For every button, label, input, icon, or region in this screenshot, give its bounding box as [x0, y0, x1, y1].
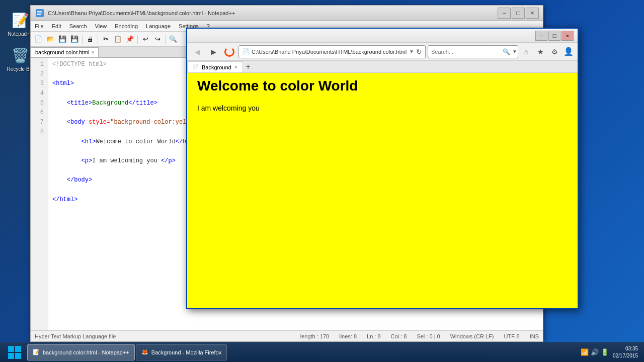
status-eol: Windows (CR LF): [450, 333, 494, 339]
toolbar-sep3: [137, 35, 138, 44]
svg-rect-1: [37, 11, 42, 12]
toolbar-open[interactable]: 📂: [45, 34, 56, 45]
svg-rect-4: [8, 346, 14, 352]
taskbar-notepad-icon: 📝: [33, 349, 40, 355]
browser-content: Welcome to color World I am welcoming yo…: [187, 73, 578, 308]
editor-tab-bg[interactable]: background color.html ×: [31, 47, 99, 57]
address-reload-icon[interactable]: ↻: [416, 48, 422, 56]
browser-close-btn[interactable]: ×: [561, 31, 574, 41]
status-lines: lines: 8: [339, 333, 357, 339]
notepad-app-icon: [35, 8, 45, 18]
menu-edit[interactable]: Edit: [48, 22, 65, 30]
notepad-close-btn[interactable]: ×: [526, 8, 539, 19]
menu-view[interactable]: View: [91, 22, 111, 30]
notepad-minimize-btn[interactable]: −: [498, 8, 511, 19]
nav-reload-area: [222, 45, 236, 59]
browser-window: − □ × ◀ ▶ 📄 ▼ ↻ 🔍 ▼: [186, 28, 579, 309]
toolbar-cut[interactable]: ✂: [100, 34, 111, 45]
status-filetype: Hyper Text Markup Language file: [35, 333, 116, 339]
tray-battery-icon[interactable]: 🔋: [601, 348, 609, 356]
browser-navbar: ◀ ▶ 📄 ▼ ↻ 🔍 ▼ ⌂ ★ ⚙: [187, 43, 578, 61]
toolbar-sep2: [98, 35, 98, 44]
browser-tab-bg[interactable]: 📄 Background ×: [187, 61, 243, 72]
address-input[interactable]: [252, 49, 407, 55]
notepadpp-label: Notepad++: [8, 31, 33, 37]
bookmark-btn[interactable]: ★: [534, 46, 546, 58]
browser-maximize-btn[interactable]: □: [548, 31, 560, 41]
address-bar-container[interactable]: 📄 ▼ ↻: [238, 45, 426, 58]
search-input[interactable]: [431, 49, 501, 55]
taskbar-items: 📝 background color.html - Notepad++ 🦊 Ba…: [27, 344, 581, 360]
nav-forward-btn[interactable]: ▶: [206, 45, 220, 59]
browser-titlebar: − □ ×: [187, 29, 578, 43]
svg-rect-3: [37, 14, 41, 15]
toolbar-copy[interactable]: 📋: [112, 34, 123, 45]
toolbar-paste[interactable]: 📌: [124, 34, 135, 45]
nav-back-btn[interactable]: ◀: [190, 45, 204, 59]
browser-window-controls: − □ ×: [535, 31, 574, 41]
menu-encoding[interactable]: Encoding: [111, 22, 142, 30]
taskbar-firefox-label: Background - Mozilla Firefox: [151, 349, 221, 355]
settings-btn[interactable]: ⚙: [548, 46, 560, 58]
windows-logo-icon: [7, 345, 22, 360]
nav-icons-group: ⌂ ★ ⚙ 👤: [520, 46, 575, 58]
recycle-label: Recycle Bin: [7, 66, 34, 72]
toolbar-find[interactable]: 🔍: [168, 34, 179, 45]
tab-close-btn[interactable]: ×: [92, 50, 95, 55]
toolbar-save-all[interactable]: 💾: [69, 34, 80, 45]
taskbar-right: 📶 🔊 🔋 03:35 02/17/2015: [581, 345, 642, 359]
menu-file[interactable]: File: [31, 22, 48, 30]
browser-tab-label: Background: [202, 64, 231, 70]
tray-volume-icon[interactable]: 🔊: [591, 348, 599, 356]
browser-minimize-btn[interactable]: −: [535, 31, 547, 41]
toolbar-undo[interactable]: ↩: [140, 34, 151, 45]
toolbar-sep1: [82, 35, 83, 44]
toolbar-new[interactable]: 📄: [33, 34, 44, 45]
status-ins: INS: [530, 333, 539, 339]
toolbar-save[interactable]: 💾: [57, 34, 68, 45]
new-tab-btn[interactable]: +: [243, 61, 254, 72]
status-ln: Ln : 8: [367, 333, 381, 339]
browser-tab-close-btn[interactable]: ×: [234, 64, 237, 70]
taskbar: 📝 background color.html - Notepad++ 🦊 Ba…: [0, 342, 644, 362]
home-btn[interactable]: ⌂: [520, 46, 532, 58]
toolbar-sep4: [165, 35, 166, 44]
status-segments: length : 170 lines: 8 Ln : 8 Col : 8 Sel…: [300, 333, 539, 339]
page-heading: Welcome to color World: [197, 78, 568, 94]
desktop: 📝 Notepad++ 🗑️ Recycle Bin C:\Users\Bhan…: [0, 0, 644, 362]
notepad-titlebar: C:\Users\Bhanu Priya\Documents\HTML\back…: [31, 6, 543, 21]
taskbar-tray: 📶 🔊 🔋: [581, 348, 609, 356]
toolbar-print[interactable]: 🖨: [85, 34, 96, 45]
loading-spinner: [224, 47, 234, 57]
menu-language[interactable]: Language: [142, 22, 175, 30]
user-btn[interactable]: 👤: [562, 46, 575, 58]
notepad-window-controls: − □ ×: [498, 8, 539, 19]
start-button[interactable]: [2, 343, 27, 361]
notepad-maximize-btn[interactable]: □: [512, 8, 525, 19]
search-bar-container[interactable]: 🔍 ▼: [428, 45, 518, 58]
notepad-title: C:\Users\Bhanu Priya\Documents\HTML\back…: [48, 10, 235, 16]
search-icon[interactable]: 🔍: [503, 48, 510, 55]
address-file-icon: 📄: [242, 48, 250, 55]
taskbar-item-notepad[interactable]: 📝 background color.html - Notepad++: [27, 344, 135, 360]
line-numbers: 1 2 3 4 5 6 7 8: [31, 58, 48, 330]
recycle-icon: 🗑️: [10, 45, 30, 65]
taskbar-item-firefox[interactable]: 🦊 Background - Mozilla Firefox: [136, 344, 227, 360]
taskbar-firefox-icon: 🦊: [141, 349, 148, 355]
browser-tab-icon: 📄: [193, 64, 199, 70]
taskbar-clock[interactable]: 03:35 02/17/2015: [613, 345, 638, 359]
status-length: length : 170: [300, 333, 330, 339]
search-dropdown-icon[interactable]: ▼: [512, 49, 517, 54]
notepadpp-icon: 📝: [10, 10, 30, 30]
address-dropdown-icon[interactable]: ▼: [409, 49, 414, 54]
tray-network-icon[interactable]: 📶: [581, 348, 589, 356]
tab-label: background color.html: [35, 49, 90, 55]
status-sel: Sel : 0 | 0: [417, 333, 440, 339]
notepad-titlebar-left: C:\Users\Bhanu Priya\Documents\HTML\back…: [35, 8, 235, 18]
status-col: Col : 8: [391, 333, 407, 339]
toolbar-redo[interactable]: ↪: [152, 34, 163, 45]
browser-tabbar: 📄 Background × +: [187, 61, 578, 73]
svg-rect-5: [15, 346, 21, 352]
taskbar-time: 03:35: [613, 345, 638, 352]
menu-search[interactable]: Search: [65, 22, 91, 30]
